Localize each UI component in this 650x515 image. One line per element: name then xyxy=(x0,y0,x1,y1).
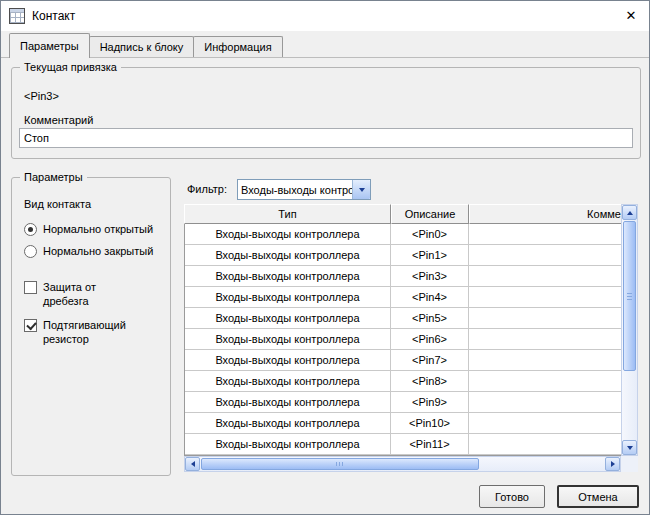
table-body: Входы-выходы контроллера<Pin0>Входы-выхо… xyxy=(184,224,621,456)
arrow-left-icon xyxy=(191,461,195,467)
contact-kind-label: Вид контакта xyxy=(24,198,91,210)
cell-description: <Pin4> xyxy=(391,287,469,308)
radio-label: Нормально открытый xyxy=(43,222,153,236)
table-row[interactable]: Входы-выходы контроллера<Pin3> xyxy=(185,266,621,287)
done-button[interactable]: Готово xyxy=(479,485,545,508)
arrow-right-icon xyxy=(611,461,615,467)
group-title: Параметры xyxy=(20,170,87,184)
combo-dropdown-button[interactable] xyxy=(352,180,370,199)
app-icon xyxy=(9,8,25,24)
group-title: Текущая привязка xyxy=(20,60,121,74)
scroll-left-button[interactable] xyxy=(185,457,200,471)
horizontal-scrollbar[interactable] xyxy=(184,456,621,472)
filter-label: Фильтр: xyxy=(187,183,227,195)
current-pin-value: <Pin3> xyxy=(24,90,59,102)
checkbox-debounce[interactable]: Защита от дребезга xyxy=(24,280,127,308)
column-header-comment[interactable]: Комме xyxy=(469,204,621,224)
cell-description: <Pin0> xyxy=(391,224,469,245)
tab-information[interactable]: Информация xyxy=(193,36,282,57)
cell-description: <Pin10> xyxy=(391,413,469,434)
cell-description: <Pin3> xyxy=(391,266,469,287)
cell-comment xyxy=(469,371,621,392)
horizontal-scrollbar-thumb[interactable] xyxy=(201,458,479,470)
cancel-button[interactable]: Отмена xyxy=(557,485,639,508)
scroll-up-button[interactable] xyxy=(622,205,637,220)
checkbox-label: Подтягивающий резистор xyxy=(43,318,127,346)
checkbox-icon xyxy=(24,319,37,332)
cell-description: <Pin5> xyxy=(391,308,469,329)
cell-comment xyxy=(469,287,621,308)
radio-label: Нормально закрытый xyxy=(43,244,153,258)
table-row[interactable]: Входы-выходы контроллера<Pin11> xyxy=(185,434,621,455)
comment-label: Комментарий xyxy=(24,114,93,126)
table-row[interactable]: Входы-выходы контроллера<Pin7> xyxy=(185,350,621,371)
scroll-right-button[interactable] xyxy=(605,457,620,471)
checkbox-icon xyxy=(24,281,37,294)
cell-type: Входы-выходы контроллера xyxy=(185,266,391,287)
cell-type: Входы-выходы контроллера xyxy=(185,434,391,455)
cell-type: Входы-выходы контроллера xyxy=(185,350,391,371)
cell-type: Входы-выходы контроллера xyxy=(185,413,391,434)
tab-parameters[interactable]: Параметры xyxy=(9,33,90,58)
titlebar: Контакт ✕ xyxy=(1,1,649,31)
close-button[interactable]: ✕ xyxy=(613,1,649,30)
cell-comment xyxy=(469,413,621,434)
cell-description: <Pin1> xyxy=(391,245,469,266)
cell-type: Входы-выходы контроллера xyxy=(185,287,391,308)
column-header-type[interactable]: Тип xyxy=(184,204,391,224)
cell-comment xyxy=(469,224,621,245)
radio-icon xyxy=(24,245,37,258)
cell-type: Входы-выходы контроллера xyxy=(185,245,391,266)
table-row[interactable]: Входы-выходы контроллера<Pin0> xyxy=(185,224,621,245)
cell-type: Входы-выходы контроллера xyxy=(185,329,391,350)
arrow-down-icon xyxy=(627,446,633,450)
close-icon: ✕ xyxy=(626,8,637,23)
cell-comment xyxy=(469,392,621,413)
table-row[interactable]: Входы-выходы контроллера<Pin8> xyxy=(185,371,621,392)
scroll-down-button[interactable] xyxy=(622,440,637,455)
contact-dialog: Контакт ✕ Параметры Надпись к блоку Инфо… xyxy=(0,0,650,515)
cell-comment xyxy=(469,329,621,350)
cell-comment xyxy=(469,308,621,329)
cell-comment xyxy=(469,245,621,266)
vertical-scrollbar-thumb[interactable] xyxy=(623,221,636,371)
pin-table: Тип Описание Комме Входы-выходы контролл… xyxy=(184,204,638,472)
cell-comment xyxy=(469,434,621,455)
scrollbar-corner xyxy=(621,456,638,472)
table-row[interactable]: Входы-выходы контроллера<Pin6> xyxy=(185,329,621,350)
cell-type: Входы-выходы контроллера xyxy=(185,371,391,392)
cell-type: Входы-выходы контроллера xyxy=(185,308,391,329)
radio-icon xyxy=(24,223,37,236)
group-current-binding: Текущая привязка <Pin3> Комментарий xyxy=(11,67,641,159)
checkbox-label: Защита от дребезга xyxy=(43,280,127,308)
comment-input[interactable] xyxy=(19,128,633,148)
table-row[interactable]: Входы-выходы контроллера<Pin9> xyxy=(185,392,621,413)
table-row[interactable]: Входы-выходы контроллера<Pin4> xyxy=(185,287,621,308)
cell-description: <Pin6> xyxy=(391,329,469,350)
radio-normally-closed[interactable]: Нормально закрытый xyxy=(24,244,153,258)
table-row[interactable]: Входы-выходы контроллера<Pin1> xyxy=(185,245,621,266)
table-row[interactable]: Входы-выходы контроллера<Pin10> xyxy=(185,413,621,434)
cell-description: <Pin11> xyxy=(391,434,469,455)
cell-comment xyxy=(469,266,621,287)
table-row[interactable]: Входы-выходы контроллера<Pin5> xyxy=(185,308,621,329)
cell-type: Входы-выходы контроллера xyxy=(185,224,391,245)
vertical-scrollbar[interactable] xyxy=(621,204,638,456)
cell-comment xyxy=(469,350,621,371)
table-header: Тип Описание Комме xyxy=(184,204,621,224)
cell-description: <Pin9> xyxy=(391,392,469,413)
filter-value: Входы-выходы контроллера xyxy=(238,184,352,196)
chevron-down-icon xyxy=(359,188,365,192)
filter-combobox[interactable]: Входы-выходы контроллера xyxy=(237,179,371,200)
tab-block-label[interactable]: Надпись к блоку xyxy=(89,36,195,57)
cell-description: <Pin7> xyxy=(391,350,469,371)
cell-type: Входы-выходы контроллера xyxy=(185,392,391,413)
radio-normally-open[interactable]: Нормально открытый xyxy=(24,222,153,236)
checkbox-pullup-resistor[interactable]: Подтягивающий резистор xyxy=(24,318,127,346)
window-title: Контакт xyxy=(32,9,75,23)
column-header-description[interactable]: Описание xyxy=(391,204,469,224)
tab-bar: Параметры Надпись к блоку Информация xyxy=(9,33,283,58)
group-parameters: Параметры Вид контакта Нормально открыты… xyxy=(11,177,171,476)
arrow-up-icon xyxy=(627,211,633,215)
cell-description: <Pin8> xyxy=(391,371,469,392)
